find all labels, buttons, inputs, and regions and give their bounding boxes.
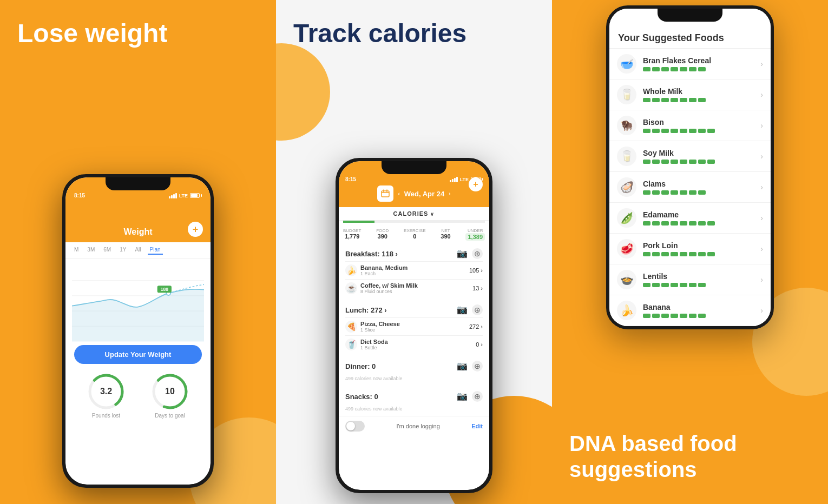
cal-date-row: ‹ Wed, Apr 24 › + (345, 185, 483, 202)
dinner-available: 499 calories now available (345, 374, 483, 386)
list-item[interactable]: 🍲 Lentils › (609, 264, 771, 295)
lentils-chevron: › (760, 275, 763, 284)
calories-progress-fill (343, 221, 374, 223)
breakfast-item-banana[interactable]: 🍌 Banana, Medium 1 Each 105 › (345, 261, 483, 279)
bison-chevron: › (760, 121, 763, 130)
add-weight-btn[interactable]: + (188, 222, 203, 237)
add-icon-breakfast[interactable]: ⊕ (472, 248, 483, 259)
pork-loin-name: Pork Loin (643, 241, 754, 250)
coffee-cal: 13 › (472, 285, 483, 291)
phone-frame-1: 8:15 LTE (62, 174, 214, 488)
net-stat: NET 390 (441, 228, 450, 241)
clams-bars (643, 190, 754, 195)
tab-plan[interactable]: Plan (148, 246, 163, 255)
add-icon-dinner[interactable]: ⊕ (472, 361, 483, 372)
camera-icon-dinner[interactable]: 📷 (457, 361, 468, 372)
camera-icon-lunch[interactable]: 📷 (457, 304, 468, 315)
tab-6m[interactable]: 6M (101, 246, 113, 255)
update-weight-button[interactable]: Update Your Weight (74, 345, 202, 364)
list-item[interactable]: 🥛 Soy Milk › (609, 141, 771, 172)
soda-serving: 1 Bottle (360, 345, 388, 350)
phone-screen-2: 8:15 LTE (339, 161, 489, 490)
edamame-chevron: › (760, 214, 763, 222)
weight-chart-svg: 188 (72, 263, 204, 344)
battery-1 (190, 193, 202, 198)
status-time-1: 8:15 (74, 193, 85, 198)
dinner-title[interactable]: Dinner: 0 (345, 362, 376, 370)
whole-milk-bars (643, 98, 754, 102)
dinner-section: Dinner: 0 📷 ⊕ 499 calories now available (339, 356, 489, 386)
done-toggle[interactable] (345, 421, 365, 432)
phone-screen-3: Your Suggested Foods 🥣 Bran Flakes Cerea… (609, 9, 771, 326)
tab-m[interactable]: M (72, 246, 81, 255)
breakfast-title[interactable]: Breakfast: 118 › (345, 250, 398, 258)
pounds-lost-stat: 3.2 Pounds lost (87, 373, 125, 419)
whole-milk-name: Whole Milk (643, 87, 754, 96)
banana-sug-name: Banana (643, 303, 754, 311)
lentils-bars (643, 283, 754, 287)
pizza-name: Pizza, Cheese (360, 321, 400, 327)
list-item[interactable]: 🥩 Pork Loin › (609, 234, 771, 264)
list-item[interactable]: 🥣 Bran Flakes Cereal › (609, 49, 771, 79)
coffee-serving: 8 Fluid ounces (360, 289, 418, 294)
food-stat: FOOD 390 (376, 228, 389, 241)
signal-2 (450, 177, 458, 182)
meals-scroll[interactable]: Breakfast: 118 › 📷 ⊕ 🍌 Banana, Medium (339, 244, 489, 467)
soy-milk-chevron: › (760, 152, 763, 161)
svg-rect-13 (382, 191, 389, 197)
lte-label-1: LTE (179, 193, 188, 198)
pizza-cal: 272 › (469, 323, 483, 330)
camera-icon-breakfast[interactable]: 📷 (457, 248, 468, 259)
days-to-goal-stat: 10 Days to goal (151, 373, 189, 419)
add-icon-snacks[interactable]: ⊕ (472, 391, 483, 402)
edit-label[interactable]: Edit (471, 423, 483, 429)
net-val: 390 (441, 233, 450, 240)
calories-text: CALORIES (393, 210, 429, 217)
under-val: 1,389 (465, 233, 485, 241)
phone-notch-1 (106, 177, 170, 190)
weight-title: Weight (123, 227, 152, 237)
next-arrow[interactable]: › (449, 191, 450, 197)
soda-name: Diet Soda (360, 339, 388, 345)
banana-sug-bars (643, 314, 754, 318)
panel-lose-weight: Lose weight 8:15 LTE (0, 0, 276, 504)
breakfast-item-coffee[interactable]: ☕ Coffee, w/ Skim Milk 8 Fluid ounces 13… (345, 279, 483, 297)
phone-notch-3 (658, 9, 722, 22)
cal-add-btn[interactable]: + (469, 177, 483, 191)
lunch-icons: 📷 ⊕ (457, 304, 483, 315)
snacks-title[interactable]: Snacks: 0 (345, 393, 378, 401)
budget-val: 1,779 (343, 233, 361, 240)
calories-chevron: ∨ (430, 211, 435, 217)
list-item[interactable]: 🦬 Bison › (609, 110, 771, 141)
list-item[interactable]: 🍌 Banana › (609, 295, 771, 326)
calories-stats: BUDGET 1,779 FOOD 390 EXERCISE 0 NET 390… (339, 225, 489, 244)
list-item[interactable]: 🥛 Whole Milk › (609, 79, 771, 110)
pork-loin-chevron: › (760, 244, 763, 253)
list-item[interactable]: 🫛 Edamame › (609, 203, 771, 234)
bran-flakes-icon: 🥣 (617, 54, 636, 74)
snacks-icons: 📷 ⊕ (457, 391, 483, 402)
lunch-section: Lunch: 272 › 📷 ⊕ 🍕 Pizza, Cheese 1 Sl (339, 300, 489, 353)
lunch-header: Lunch: 272 › 📷 ⊕ (345, 304, 483, 315)
edamame-icon: 🫛 (617, 208, 636, 228)
tab-1y[interactable]: 1Y (117, 246, 128, 255)
list-item[interactable]: 🦪 Clams › (609, 172, 771, 203)
lunch-item-soda[interactable]: 🥤 Diet Soda 1 Bottle 0 › (345, 335, 483, 353)
dinner-icons: 📷 ⊕ (457, 361, 483, 372)
lunch-item-pizza[interactable]: 🍕 Pizza, Cheese 1 Slice 272 › (345, 317, 483, 335)
snacks-section: Snacks: 0 📷 ⊕ 499 calories now available (339, 387, 489, 416)
tab-3m[interactable]: 3M (85, 246, 97, 255)
camera-icon-snacks[interactable]: 📷 (457, 391, 468, 402)
phone-frame-2: 8:15 LTE (336, 158, 492, 493)
svg-text:10: 10 (165, 387, 175, 396)
pizza-serving: 1 Slice (360, 327, 400, 333)
add-icon-lunch[interactable]: ⊕ (472, 304, 483, 315)
tab-all[interactable]: All (133, 246, 143, 255)
prev-arrow[interactable]: ‹ (398, 191, 399, 197)
lunch-title[interactable]: Lunch: 272 › (345, 306, 387, 314)
panel-dna-suggestions: Your Suggested Foods 🥣 Bran Flakes Cerea… (552, 0, 828, 504)
panel-track-calories: Track calories 8:15 LTE (276, 0, 552, 504)
under-stat: UNDER 1,389 (465, 228, 485, 241)
phone-frame-3: Your Suggested Foods 🥣 Bran Flakes Cerea… (606, 5, 774, 329)
done-toggle-thumb (346, 422, 355, 430)
